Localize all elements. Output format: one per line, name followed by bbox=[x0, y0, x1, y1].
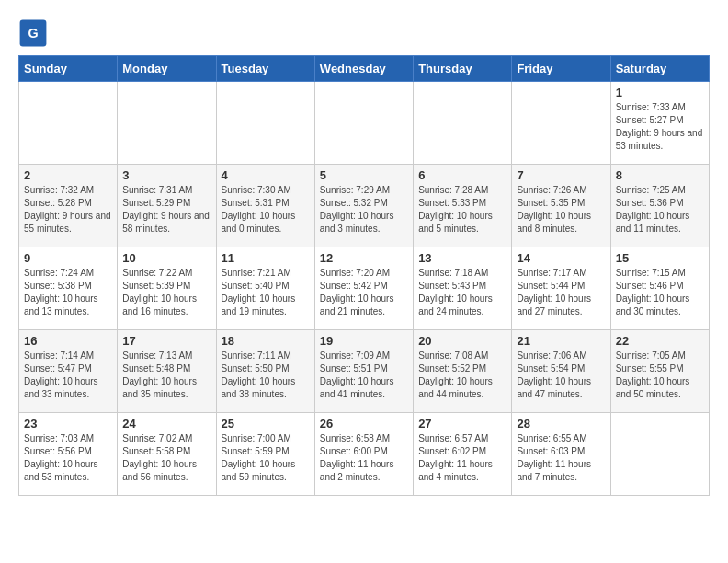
calendar-body: 1Sunrise: 7:33 AM Sunset: 5:27 PM Daylig… bbox=[19, 82, 710, 496]
weekday-header-thursday: Thursday bbox=[414, 56, 512, 82]
day-info: Sunrise: 7:03 AM Sunset: 5:56 PM Dayligh… bbox=[24, 432, 112, 484]
calendar-cell: 10Sunrise: 7:22 AM Sunset: 5:39 PM Dayli… bbox=[118, 247, 216, 330]
calendar-header: SundayMondayTuesdayWednesdayThursdayFrid… bbox=[19, 56, 710, 82]
day-info: Sunrise: 7:05 AM Sunset: 5:55 PM Dayligh… bbox=[616, 350, 704, 401]
calendar-cell: 25Sunrise: 7:00 AM Sunset: 5:59 PM Dayli… bbox=[216, 413, 314, 496]
day-info: Sunrise: 7:13 AM Sunset: 5:48 PM Dayligh… bbox=[122, 350, 210, 401]
calendar-cell: 8Sunrise: 7:25 AM Sunset: 5:36 PM Daylig… bbox=[610, 165, 709, 247]
calendar-cell: 24Sunrise: 7:02 AM Sunset: 5:58 PM Dayli… bbox=[118, 413, 216, 496]
calendar-cell: 2Sunrise: 7:32 AM Sunset: 5:28 PM Daylig… bbox=[19, 165, 118, 247]
day-number: 13 bbox=[418, 251, 506, 265]
day-info: Sunrise: 7:24 AM Sunset: 5:38 PM Dayligh… bbox=[24, 267, 112, 318]
calendar-cell: 15Sunrise: 7:15 AM Sunset: 5:46 PM Dayli… bbox=[610, 247, 709, 330]
calendar-cell: 9Sunrise: 7:24 AM Sunset: 5:38 PM Daylig… bbox=[19, 247, 118, 330]
calendar-week-2: 2Sunrise: 7:32 AM Sunset: 5:28 PM Daylig… bbox=[19, 165, 710, 247]
day-number: 3 bbox=[122, 168, 210, 182]
day-number: 7 bbox=[517, 168, 605, 182]
day-info: Sunrise: 7:32 AM Sunset: 5:28 PM Dayligh… bbox=[24, 184, 112, 236]
day-number: 1 bbox=[616, 86, 704, 99]
calendar-cell: 12Sunrise: 7:20 AM Sunset: 5:42 PM Dayli… bbox=[314, 247, 413, 330]
day-number: 12 bbox=[320, 251, 408, 265]
day-number: 19 bbox=[320, 334, 408, 348]
calendar-cell: 3Sunrise: 7:31 AM Sunset: 5:29 PM Daylig… bbox=[118, 165, 216, 247]
day-number: 11 bbox=[222, 251, 310, 265]
day-number: 21 bbox=[517, 334, 605, 348]
day-number: 25 bbox=[222, 417, 310, 431]
calendar-cell bbox=[118, 82, 216, 165]
calendar-cell: 4Sunrise: 7:30 AM Sunset: 5:31 PM Daylig… bbox=[216, 165, 314, 247]
day-info: Sunrise: 7:31 AM Sunset: 5:29 PM Dayligh… bbox=[122, 184, 210, 236]
calendar-cell: 5Sunrise: 7:29 AM Sunset: 5:32 PM Daylig… bbox=[314, 165, 413, 247]
calendar-cell: 23Sunrise: 7:03 AM Sunset: 5:56 PM Dayli… bbox=[19, 413, 118, 496]
day-info: Sunrise: 7:22 AM Sunset: 5:39 PM Dayligh… bbox=[122, 267, 210, 318]
day-info: Sunrise: 7:06 AM Sunset: 5:54 PM Dayligh… bbox=[517, 350, 605, 401]
day-number: 6 bbox=[418, 168, 506, 182]
day-info: Sunrise: 7:00 AM Sunset: 5:59 PM Dayligh… bbox=[222, 432, 310, 484]
weekday-header-friday: Friday bbox=[512, 56, 610, 82]
day-info: Sunrise: 7:26 AM Sunset: 5:35 PM Dayligh… bbox=[517, 184, 605, 236]
calendar-cell: 17Sunrise: 7:13 AM Sunset: 5:48 PM Dayli… bbox=[118, 330, 216, 413]
logo: G bbox=[18, 18, 51, 48]
day-number: 2 bbox=[24, 168, 112, 182]
calendar-week-1: 1Sunrise: 7:33 AM Sunset: 5:27 PM Daylig… bbox=[19, 82, 710, 165]
day-number: 24 bbox=[122, 417, 210, 431]
day-number: 27 bbox=[418, 417, 506, 431]
day-number: 26 bbox=[320, 417, 408, 431]
weekday-header-sunday: Sunday bbox=[19, 56, 118, 82]
calendar-cell: 13Sunrise: 7:18 AM Sunset: 5:43 PM Dayli… bbox=[414, 247, 512, 330]
day-number: 18 bbox=[222, 334, 310, 348]
day-number: 20 bbox=[418, 334, 506, 348]
calendar-cell: 18Sunrise: 7:11 AM Sunset: 5:50 PM Dayli… bbox=[216, 330, 314, 413]
day-number: 4 bbox=[222, 168, 310, 182]
day-number: 16 bbox=[24, 334, 112, 348]
day-info: Sunrise: 7:09 AM Sunset: 5:51 PM Dayligh… bbox=[320, 350, 408, 401]
day-number: 28 bbox=[517, 417, 605, 431]
day-info: Sunrise: 7:30 AM Sunset: 5:31 PM Dayligh… bbox=[222, 184, 310, 236]
day-info: Sunrise: 6:55 AM Sunset: 6:03 PM Dayligh… bbox=[517, 432, 605, 484]
weekday-header-tuesday: Tuesday bbox=[216, 56, 314, 82]
calendar-cell bbox=[512, 82, 610, 165]
svg-text:G: G bbox=[28, 26, 38, 40]
day-info: Sunrise: 7:21 AM Sunset: 5:40 PM Dayligh… bbox=[222, 267, 310, 318]
calendar-week-4: 16Sunrise: 7:14 AM Sunset: 5:47 PM Dayli… bbox=[19, 330, 710, 413]
day-number: 10 bbox=[122, 251, 210, 265]
calendar-cell: 14Sunrise: 7:17 AM Sunset: 5:44 PM Dayli… bbox=[512, 247, 610, 330]
page-header: G bbox=[18, 18, 710, 48]
day-number: 9 bbox=[24, 251, 112, 265]
calendar-week-5: 23Sunrise: 7:03 AM Sunset: 5:56 PM Dayli… bbox=[19, 413, 710, 496]
day-info: Sunrise: 7:14 AM Sunset: 5:47 PM Dayligh… bbox=[24, 350, 112, 401]
day-info: Sunrise: 7:08 AM Sunset: 5:52 PM Dayligh… bbox=[418, 350, 506, 401]
calendar-cell: 28Sunrise: 6:55 AM Sunset: 6:03 PM Dayli… bbox=[512, 413, 610, 496]
calendar-cell: 22Sunrise: 7:05 AM Sunset: 5:55 PM Dayli… bbox=[610, 330, 709, 413]
weekday-row: SundayMondayTuesdayWednesdayThursdayFrid… bbox=[19, 56, 710, 82]
day-info: Sunrise: 7:17 AM Sunset: 5:44 PM Dayligh… bbox=[517, 267, 605, 318]
calendar-cell bbox=[19, 82, 118, 165]
day-info: Sunrise: 7:11 AM Sunset: 5:50 PM Dayligh… bbox=[222, 350, 310, 401]
calendar-cell bbox=[610, 413, 709, 496]
calendar-cell: 16Sunrise: 7:14 AM Sunset: 5:47 PM Dayli… bbox=[19, 330, 118, 413]
calendar-cell: 26Sunrise: 6:58 AM Sunset: 6:00 PM Dayli… bbox=[314, 413, 413, 496]
day-info: Sunrise: 6:58 AM Sunset: 6:00 PM Dayligh… bbox=[320, 432, 408, 484]
weekday-header-saturday: Saturday bbox=[610, 56, 709, 82]
day-info: Sunrise: 6:57 AM Sunset: 6:02 PM Dayligh… bbox=[418, 432, 506, 484]
calendar-cell bbox=[414, 82, 512, 165]
calendar-table: SundayMondayTuesdayWednesdayThursdayFrid… bbox=[18, 55, 710, 496]
day-number: 17 bbox=[122, 334, 210, 348]
day-info: Sunrise: 7:25 AM Sunset: 5:36 PM Dayligh… bbox=[616, 184, 704, 236]
day-number: 23 bbox=[24, 417, 112, 431]
calendar-cell: 7Sunrise: 7:26 AM Sunset: 5:35 PM Daylig… bbox=[512, 165, 610, 247]
day-info: Sunrise: 7:28 AM Sunset: 5:33 PM Dayligh… bbox=[418, 184, 506, 236]
calendar-cell: 11Sunrise: 7:21 AM Sunset: 5:40 PM Dayli… bbox=[216, 247, 314, 330]
day-info: Sunrise: 7:20 AM Sunset: 5:42 PM Dayligh… bbox=[320, 267, 408, 318]
day-number: 14 bbox=[517, 251, 605, 265]
calendar-cell: 6Sunrise: 7:28 AM Sunset: 5:33 PM Daylig… bbox=[414, 165, 512, 247]
calendar-cell: 20Sunrise: 7:08 AM Sunset: 5:52 PM Dayli… bbox=[414, 330, 512, 413]
calendar-cell bbox=[314, 82, 413, 165]
day-info: Sunrise: 7:02 AM Sunset: 5:58 PM Dayligh… bbox=[122, 432, 210, 484]
day-info: Sunrise: 7:33 AM Sunset: 5:27 PM Dayligh… bbox=[616, 101, 704, 153]
calendar-cell: 1Sunrise: 7:33 AM Sunset: 5:27 PM Daylig… bbox=[610, 82, 709, 165]
day-info: Sunrise: 7:15 AM Sunset: 5:46 PM Dayligh… bbox=[616, 267, 704, 318]
day-number: 22 bbox=[616, 334, 704, 348]
weekday-header-wednesday: Wednesday bbox=[314, 56, 413, 82]
day-info: Sunrise: 7:18 AM Sunset: 5:43 PM Dayligh… bbox=[418, 267, 506, 318]
